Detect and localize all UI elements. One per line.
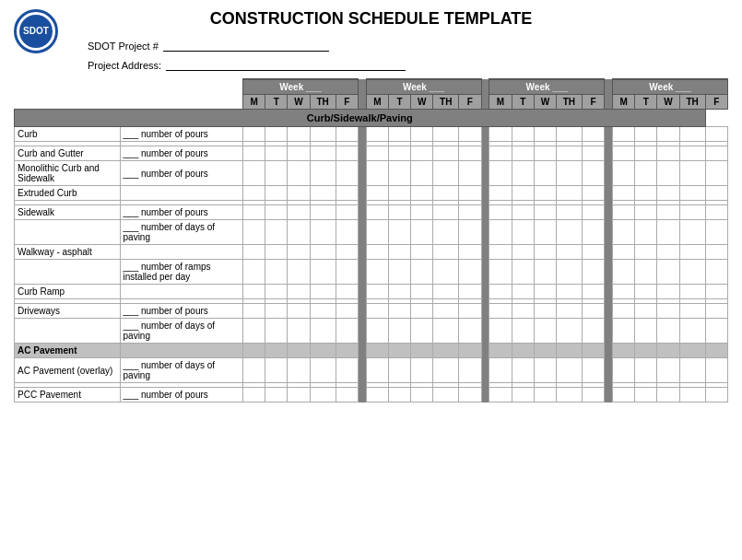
w2-d4-cell[interactable] — [433, 127, 459, 142]
w3-d3-cell[interactable] — [534, 161, 556, 186]
w3-d3-cell[interactable] — [534, 205, 556, 220]
project-number-line[interactable] — [163, 40, 329, 52]
w1-d5-cell[interactable] — [336, 344, 358, 358]
w2-d1-cell[interactable] — [366, 344, 388, 358]
w4-d1-cell[interactable] — [613, 146, 635, 161]
w4-d1-cell[interactable] — [613, 344, 635, 358]
w1-d2-cell[interactable] — [265, 205, 288, 220]
w4-d5-cell[interactable] — [705, 146, 727, 161]
w3-d2-cell[interactable] — [512, 285, 534, 299]
w3-d2-cell[interactable] — [512, 358, 534, 383]
w2-d1-cell[interactable] — [366, 220, 388, 245]
w3-d3-cell[interactable] — [534, 319, 556, 344]
w1-d4-cell[interactable] — [310, 161, 336, 186]
w3-d3-cell[interactable] — [534, 260, 556, 285]
w1-d1-cell[interactable] — [243, 146, 265, 161]
w3-d1-cell[interactable] — [489, 146, 512, 161]
w2-d2-cell[interactable] — [388, 220, 410, 245]
w3-d2-cell[interactable] — [512, 319, 534, 344]
w3-d2-cell[interactable] — [512, 344, 534, 358]
w3-d5-cell[interactable] — [582, 161, 604, 186]
w3-d5-cell[interactable] — [582, 260, 604, 285]
w1-d2-cell[interactable] — [265, 260, 288, 285]
w3-d4-cell[interactable] — [556, 245, 582, 260]
w4-d5-cell[interactable] — [705, 358, 727, 383]
w1-d4-cell[interactable] — [310, 285, 336, 299]
w3-d5-cell[interactable] — [582, 220, 604, 245]
w4-d3-cell[interactable] — [657, 285, 679, 299]
w4-d1-cell[interactable] — [613, 304, 635, 319]
w4-d2-cell[interactable] — [635, 344, 657, 358]
w3-d1-cell[interactable] — [489, 127, 512, 142]
w3-d2-cell[interactable] — [512, 205, 534, 220]
w3-d5-cell[interactable] — [582, 127, 604, 142]
w3-d3-cell[interactable] — [534, 186, 556, 201]
w1-d1-cell[interactable] — [243, 186, 265, 201]
w2-d5-cell[interactable] — [459, 285, 481, 299]
w2-d2-cell[interactable] — [388, 146, 410, 161]
w1-d4-cell[interactable] — [310, 344, 336, 358]
w2-d1-cell[interactable] — [366, 304, 388, 319]
w1-d4-cell[interactable] — [310, 358, 336, 383]
w4-d4-cell[interactable] — [679, 344, 705, 358]
w3-d5-cell[interactable] — [582, 146, 604, 161]
w3-d2-cell[interactable] — [512, 161, 534, 186]
w3-d1-cell[interactable] — [489, 220, 512, 245]
w4-d3-cell[interactable] — [657, 358, 679, 383]
w3-d4-cell[interactable] — [556, 285, 582, 299]
w4-d2-cell[interactable] — [635, 186, 657, 201]
w1-d3-cell[interactable] — [288, 358, 310, 383]
w3-d1-cell[interactable] — [489, 304, 512, 319]
w3-d2-cell[interactable] — [512, 304, 534, 319]
w4-d4-cell[interactable] — [679, 127, 705, 142]
w3-d3-cell[interactable] — [534, 388, 556, 402]
w4-d3-cell[interactable] — [657, 161, 679, 186]
w1-d3-cell[interactable] — [288, 220, 310, 245]
w4-d3-cell[interactable] — [657, 319, 679, 344]
w1-d2-cell[interactable] — [265, 304, 288, 319]
w4-d5-cell[interactable] — [705, 161, 727, 186]
w1-d4-cell[interactable] — [310, 220, 336, 245]
w2-d3-cell[interactable] — [411, 285, 433, 299]
w2-d5-cell[interactable] — [459, 388, 481, 402]
w2-d1-cell[interactable] — [366, 260, 388, 285]
w3-d4-cell[interactable] — [556, 205, 582, 220]
w1-d5-cell[interactable] — [336, 304, 358, 319]
w2-d3-cell[interactable] — [411, 388, 433, 402]
w1-d3-cell[interactable] — [288, 186, 310, 201]
w3-d4-cell[interactable] — [556, 319, 582, 344]
w4-d5-cell[interactable] — [705, 205, 727, 220]
w3-d4-cell[interactable] — [556, 127, 582, 142]
w3-d5-cell[interactable] — [582, 186, 604, 201]
w1-d4-cell[interactable] — [310, 319, 336, 344]
w3-d4-cell[interactable] — [556, 358, 582, 383]
w4-d4-cell[interactable] — [679, 220, 705, 245]
w2-d5-cell[interactable] — [459, 319, 481, 344]
w3-d3-cell[interactable] — [534, 146, 556, 161]
w3-d1-cell[interactable] — [489, 205, 512, 220]
w1-d3-cell[interactable] — [288, 344, 310, 358]
w3-d4-cell[interactable] — [556, 304, 582, 319]
w2-d1-cell[interactable] — [366, 146, 388, 161]
w3-d1-cell[interactable] — [489, 260, 512, 285]
w1-d4-cell[interactable] — [310, 260, 336, 285]
w1-d4-cell[interactable] — [310, 245, 336, 260]
w4-d1-cell[interactable] — [613, 388, 635, 402]
w4-d1-cell[interactable] — [613, 205, 635, 220]
w1-d5-cell[interactable] — [336, 260, 358, 285]
w1-d5-cell[interactable] — [336, 161, 358, 186]
w1-d3-cell[interactable] — [288, 161, 310, 186]
w2-d3-cell[interactable] — [411, 245, 433, 260]
w3-d4-cell[interactable] — [556, 344, 582, 358]
w2-d2-cell[interactable] — [388, 358, 410, 383]
w1-d5-cell[interactable] — [336, 127, 358, 142]
w4-d5-cell[interactable] — [705, 319, 727, 344]
w2-d3-cell[interactable] — [411, 260, 433, 285]
w2-d4-cell[interactable] — [433, 186, 459, 201]
w1-d1-cell[interactable] — [243, 388, 265, 402]
w4-d5-cell[interactable] — [705, 186, 727, 201]
w4-d3-cell[interactable] — [657, 304, 679, 319]
w4-d3-cell[interactable] — [657, 344, 679, 358]
w4-d2-cell[interactable] — [635, 220, 657, 245]
w3-d4-cell[interactable] — [556, 388, 582, 402]
